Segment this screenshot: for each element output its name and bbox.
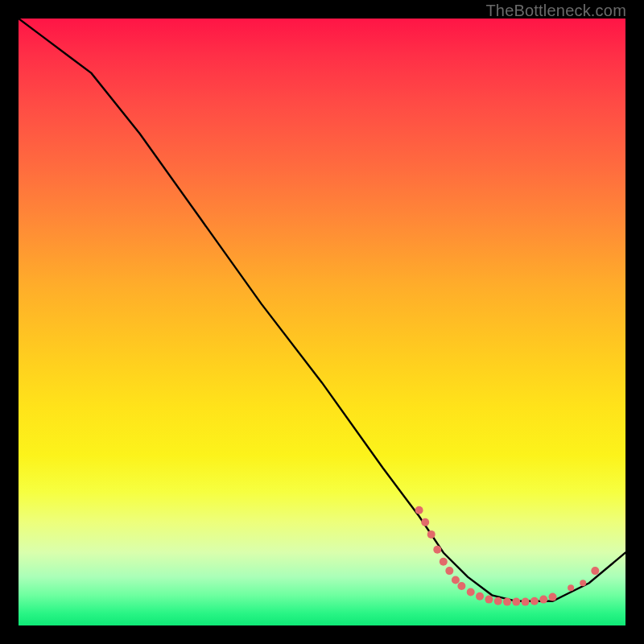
marker-dot [440,558,448,566]
watermark-text: TheBottleneck.com [485,2,626,20]
marker-dot [549,593,557,601]
series-curve [19,19,625,601]
marker-dot [452,576,460,584]
marker-dot [530,597,539,605]
marker-dot [539,596,547,604]
chart-frame: TheBottleneck.com [0,0,644,644]
marker-dot [512,598,520,606]
marker-dot [522,598,530,606]
marker-dot [580,580,586,586]
marker-dot [415,506,423,514]
marker-dot [467,588,475,597]
marker-dot [485,596,493,604]
marker-dot [433,546,441,554]
marker-dot [568,584,574,591]
plot-area [19,19,625,625]
series-markers [415,506,600,606]
chart-svg [19,19,625,625]
marker-dot [503,598,511,606]
marker-dot [445,567,453,575]
marker-dot [457,582,465,590]
marker-dot [494,597,502,605]
marker-dot [591,567,599,575]
marker-dot [421,518,429,526]
marker-dot [476,592,484,601]
marker-dot [427,530,436,539]
